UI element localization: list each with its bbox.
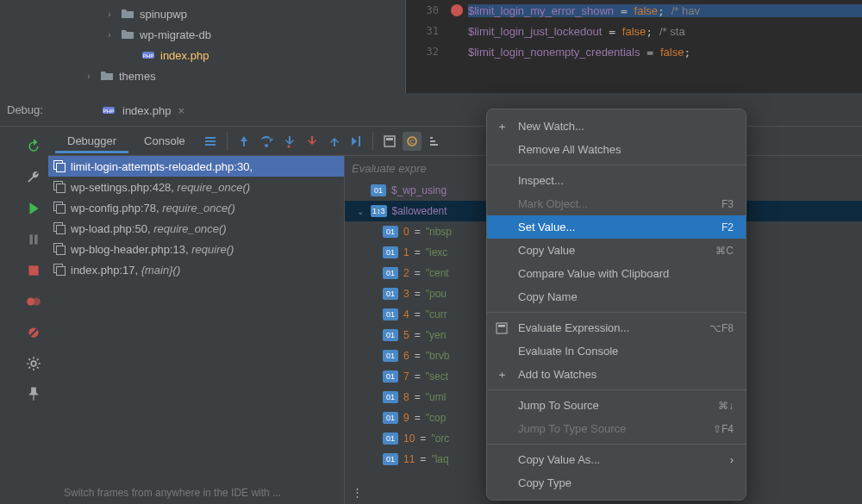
tab-debugger[interactable]: Debugger <box>55 129 128 152</box>
evaluate-icon[interactable] <box>380 132 399 151</box>
step-out-icon[interactable] <box>324 132 343 151</box>
tab-console[interactable]: Console <box>132 129 197 152</box>
svg-rect-19 <box>386 138 393 140</box>
variable-index: 5 <box>403 329 409 341</box>
type-badge: 01 <box>383 453 398 465</box>
step-over-icon[interactable] <box>257 132 276 151</box>
sort-icon[interactable] <box>425 132 444 151</box>
menu-item[interactable]: Jump To Source⌘↓ <box>487 394 746 417</box>
menu-item[interactable]: Set Value...F2 <box>487 215 746 239</box>
menu-item[interactable]: Copy Type <box>487 471 746 495</box>
type-badge: 01 <box>383 308 398 320</box>
settings-icon[interactable] <box>26 356 41 371</box>
frames-panel[interactable]: limit-login-attempts-reloaded.php:30,wp-… <box>48 156 345 504</box>
menu-item-label: Inspect... <box>518 174 734 187</box>
tree-label: spinupwp <box>140 8 187 21</box>
menu-item[interactable]: Compare Value with Clipboard <box>487 262 746 285</box>
code-text: $limit_login_just_lockedout = false; /* … <box>468 25 862 38</box>
project-tree[interactable]: ›spinupwp›wp-migrate-dbPHPindex.php›them… <box>0 0 405 93</box>
breakpoint-icon[interactable] <box>451 4 463 16</box>
menu-item-label: Jump To Source <box>518 399 709 412</box>
menu-item[interactable]: Remove All Watches <box>487 138 746 161</box>
pin-icon[interactable] <box>26 387 41 402</box>
frame-row[interactable]: wp-blog-header.php:13, require() <box>48 239 344 259</box>
frame-row[interactable]: index.php:17, {main}() <box>48 259 344 280</box>
menu-item[interactable]: ＋New Watch... <box>487 115 746 138</box>
variable-index: 0 <box>403 226 409 238</box>
menu-item[interactable]: Copy Name <box>487 285 746 308</box>
menu-item-label: New Watch... <box>518 120 734 133</box>
rerun-icon[interactable] <box>26 139 41 154</box>
close-icon[interactable]: × <box>178 104 184 117</box>
svg-rect-4 <box>30 234 33 244</box>
menu-item[interactable]: Inspect... <box>487 169 746 192</box>
tree-item[interactable]: ›spinupwp <box>0 3 405 24</box>
pause-icon[interactable] <box>26 232 41 247</box>
svg-rect-12 <box>205 137 216 139</box>
debug-tool-window-label: Debug: <box>7 103 43 116</box>
wrench-icon[interactable] <box>26 170 41 185</box>
frame-row[interactable]: wp-settings.php:428, require_once() <box>48 177 344 197</box>
menu-item-label: Jump To Type Source <box>518 422 704 435</box>
type-badge: 01 <box>383 391 398 403</box>
stack-frame-icon <box>53 160 66 172</box>
type-badge: 01 <box>383 267 398 279</box>
mute-breakpoints-icon[interactable] <box>26 325 41 340</box>
tree-item[interactable]: ›wp-migrate-db <box>0 24 405 45</box>
frame-row[interactable]: wp-config.php:78, require_once() <box>48 197 344 218</box>
menu-item-label: Copy Name <box>518 290 734 303</box>
svg-rect-6 <box>28 265 38 275</box>
resume-icon[interactable] <box>26 201 41 216</box>
menu-item-label: Remove All Watches <box>518 143 734 156</box>
editor[interactable]: 30 $limit_login_my_error_shown = false; … <box>405 0 862 93</box>
menu-item[interactable]: Copy Value As...› <box>487 448 746 471</box>
menu-item-label: Add to Watches <box>518 368 734 381</box>
force-step-into-icon[interactable] <box>302 132 321 151</box>
variable-value: "cent <box>426 267 449 279</box>
step-into-icon[interactable] <box>279 132 298 151</box>
svg-text:PHP: PHP <box>143 53 153 59</box>
line-number: 30 <box>406 4 446 16</box>
variable-index: 2 <box>403 267 409 279</box>
stack-frame-icon <box>53 222 66 234</box>
stop-icon[interactable] <box>26 263 41 278</box>
menu-item-icon: ＋ <box>494 367 509 383</box>
variable-value: "yen <box>426 329 447 341</box>
frame-row[interactable]: wp-load.php:50, require_once() <box>48 218 344 239</box>
editor-line[interactable]: 31 $limit_login_just_lockedout = false; … <box>406 21 862 41</box>
show-execution-icon[interactable] <box>234 132 253 151</box>
threads-icon[interactable] <box>201 132 220 151</box>
svg-point-8 <box>33 298 41 306</box>
tree-item[interactable]: PHPindex.php <box>0 45 405 65</box>
tree-label: wp-migrate-db <box>140 28 211 41</box>
context-menu[interactable]: ＋New Watch...Remove All WatchesInspect..… <box>486 109 746 501</box>
menu-item: Jump To Type Source⇧F4 <box>487 417 746 440</box>
tree-item[interactable]: ›themes <box>0 65 405 86</box>
menu-item[interactable]: Evaluate Expression...⌥F8 <box>487 316 746 339</box>
editor-line[interactable]: 30 $limit_login_my_error_shown = false; … <box>406 0 862 21</box>
editor-line[interactable]: 32 $limit_login_nonempty_credentials = f… <box>406 41 862 62</box>
menu-separator <box>487 444 746 445</box>
stack-frame-icon <box>53 243 66 255</box>
run-to-cursor-icon[interactable] <box>347 132 365 151</box>
variable-value: "cop <box>426 412 447 424</box>
frames-menu-icon[interactable]: ⋮ <box>352 486 363 499</box>
chevron-icon: › <box>103 30 116 40</box>
php-icon: PHP <box>141 48 155 62</box>
line-number: 31 <box>406 25 446 37</box>
trace-icon[interactable]: C <box>403 132 422 151</box>
menu-item[interactable]: Evaluate In Console <box>487 339 746 363</box>
type-badge: 01 <box>383 432 398 445</box>
view-breakpoints-icon[interactable] <box>26 294 41 309</box>
svg-rect-5 <box>34 234 37 244</box>
variable-value: "curr <box>426 308 447 320</box>
variable-index: 4 <box>403 308 409 320</box>
stack-frame-icon <box>53 202 66 214</box>
type-badge: 01 <box>371 184 386 196</box>
variable-value: "laq <box>431 453 448 465</box>
debug-session-tab[interactable]: PHP index.php × <box>95 96 191 124</box>
menu-item[interactable]: ＋Add to Watches <box>487 363 746 386</box>
menu-item[interactable]: Copy Value⌘C <box>487 239 746 262</box>
frame-row[interactable]: limit-login-attempts-reloaded.php:30, <box>48 156 344 177</box>
breakpoint-gutter[interactable] <box>446 4 468 16</box>
